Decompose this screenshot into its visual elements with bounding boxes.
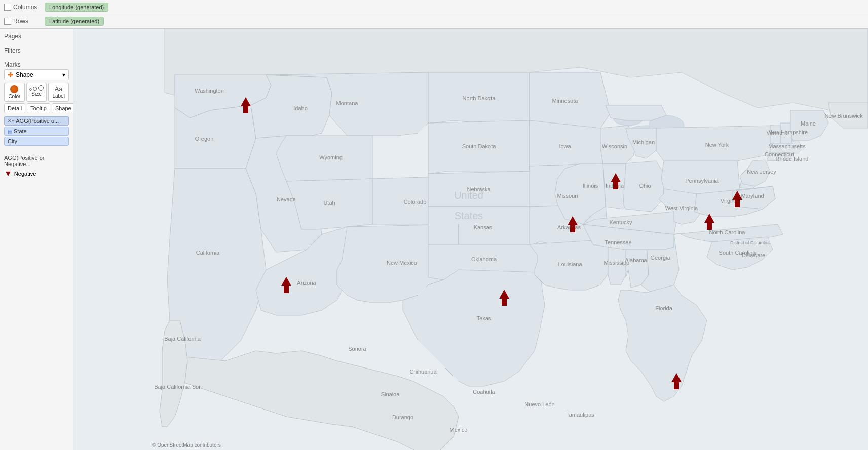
svg-text:Mexico: Mexico	[450, 427, 468, 433]
svg-text:Oregon: Oregon	[195, 136, 214, 142]
svg-text:Louisiana: Louisiana	[558, 261, 582, 267]
color-icon	[10, 85, 18, 93]
legend-negative-label: Negative	[14, 171, 36, 177]
agg-pill[interactable]: ✕+ AGG(Positive o...	[4, 116, 69, 126]
svg-text:Sinaloa: Sinaloa	[381, 391, 400, 397]
svg-text:North Dakota: North Dakota	[463, 95, 496, 101]
city-pill-label: City	[8, 138, 17, 144]
svg-text:Baja California Sur: Baja California Sur	[154, 384, 201, 390]
svg-text:South Dakota: South Dakota	[462, 143, 497, 149]
svg-text:Tamaulipas: Tamaulipas	[566, 412, 594, 418]
legend-item-negative: ▼ Negative	[4, 169, 69, 178]
svg-text:Arizona: Arizona	[297, 280, 316, 286]
dropdown-chevron-icon: ▾	[62, 71, 65, 78]
svg-text:Iowa: Iowa	[559, 143, 571, 149]
columns-grid-icon	[4, 4, 11, 11]
longitude-pill[interactable]: Longitude (generated)	[45, 3, 108, 12]
svg-text:States: States	[455, 210, 483, 221]
legend-title: AGG(Positive or Negative...	[4, 155, 69, 167]
label-icon: Aa	[55, 85, 63, 93]
svg-text:Florida: Florida	[655, 305, 673, 311]
svg-text:California: California	[196, 250, 220, 256]
svg-text:Missouri: Missouri	[557, 193, 578, 199]
us-map-svg: .sl { fill: #dde4ea; stroke: #b5bfc8; st…	[73, 29, 868, 450]
sidebar: Pages Filters Marks ✚ Shape ▾ Color	[0, 29, 73, 450]
svg-text:Georgia: Georgia	[650, 255, 670, 261]
svg-text:Utah: Utah	[323, 200, 335, 206]
marks-property-buttons: Color Size Aa Label	[4, 83, 69, 102]
svg-text:Colorado: Colorado	[404, 199, 427, 205]
svg-text:Rhode Island: Rhode Island	[776, 156, 809, 162]
svg-text:Coahuila: Coahuila	[473, 389, 495, 395]
svg-text:New Brunswick: New Brunswick	[824, 113, 863, 119]
svg-text:Chihuahua: Chihuahua	[409, 369, 437, 375]
columns-text: Columns	[13, 4, 37, 11]
svg-text:Sonora: Sonora	[348, 346, 366, 352]
detail-button[interactable]: Detail	[4, 103, 25, 113]
rows-grid-icon	[4, 18, 11, 25]
svg-text:Texas: Texas	[477, 315, 492, 321]
svg-text:New York: New York	[705, 142, 729, 148]
svg-text:Durango: Durango	[392, 414, 413, 420]
svg-text:District of Columbia: District of Columbia	[730, 240, 770, 246]
agg-pill-label: AGG(Positive o...	[16, 118, 59, 124]
size-label: Size	[31, 91, 41, 97]
negative-arrow-icon: ▼	[4, 169, 12, 178]
columns-label: Columns	[4, 4, 45, 11]
rows-text: Rows	[13, 18, 28, 25]
label-label: Label	[52, 93, 64, 99]
svg-text:New Hampshire: New Hampshire	[768, 129, 808, 135]
svg-text:Oklahoma: Oklahoma	[471, 256, 497, 262]
svg-text:United: United	[454, 190, 483, 201]
svg-text:Minnesota: Minnesota	[552, 98, 579, 104]
svg-text:Baja California: Baja California	[164, 336, 201, 342]
size-button[interactable]: Size	[26, 83, 47, 102]
svg-text:Maryland: Maryland	[741, 193, 764, 199]
rows-label: Rows	[4, 18, 45, 25]
legend-section: AGG(Positive or Negative... ▼ Negative	[4, 155, 69, 178]
svg-text:Wyoming: Wyoming	[319, 154, 343, 160]
latitude-pill[interactable]: Latitude (generated)	[45, 17, 104, 26]
label-button[interactable]: Aa Label	[48, 83, 69, 102]
svg-text:Delaware: Delaware	[742, 252, 765, 258]
svg-text:New Mexico: New Mexico	[387, 260, 417, 266]
svg-text:Kentucky: Kentucky	[609, 219, 632, 225]
marks-section-title: Marks	[4, 60, 69, 69]
svg-text:Washington: Washington	[195, 88, 224, 94]
svg-text:Illinois: Illinois	[583, 183, 598, 189]
pages-section-title: Pages	[4, 32, 69, 41]
agg-prefix-icon: ✕+	[8, 118, 14, 124]
marks-type-dropdown[interactable]: ✚ Shape ▾	[4, 69, 69, 80]
filters-section-title: Filters	[4, 46, 69, 55]
size-icon	[29, 85, 44, 91]
svg-text:Montana: Montana	[336, 100, 359, 106]
copyright-text: © OpenStreetMap contributors	[152, 442, 221, 448]
state-dim-icon: ▤	[8, 129, 12, 134]
shape-button[interactable]: Shape	[52, 103, 75, 113]
color-label: Color	[8, 94, 20, 99]
svg-text:New Jersey: New Jersey	[747, 169, 776, 175]
svg-text:North Carolina: North Carolina	[709, 229, 746, 235]
marks-detail-row: Detail Tooltip Shape	[4, 103, 69, 113]
map-area: .sl { fill: #dde4ea; stroke: #b5bfc8; st…	[73, 29, 868, 450]
svg-text:Alabama: Alabama	[625, 257, 647, 263]
map-container: .sl { fill: #dde4ea; stroke: #b5bfc8; st…	[73, 29, 868, 450]
svg-text:Massachusetts: Massachusetts	[768, 143, 806, 149]
color-button[interactable]: Color	[4, 83, 25, 102]
svg-text:Ohio: Ohio	[639, 183, 651, 189]
city-pill[interactable]: City	[4, 137, 69, 146]
state-pill[interactable]: ▤ State	[4, 127, 69, 136]
marks-shape-icon: ✚	[8, 71, 14, 79]
svg-text:Maine: Maine	[801, 120, 816, 127]
state-pill-label: State	[14, 128, 27, 134]
svg-text:Michigan: Michigan	[632, 139, 655, 145]
svg-text:Nuevo León: Nuevo León	[524, 401, 554, 407]
svg-text:Kansas: Kansas	[474, 224, 493, 230]
svg-text:Tennessee: Tennessee	[605, 239, 631, 246]
tooltip-button[interactable]: Tooltip	[27, 103, 50, 113]
svg-text:Idaho: Idaho	[293, 105, 308, 111]
svg-text:Nevada: Nevada	[277, 196, 296, 202]
svg-text:Wisconsin: Wisconsin	[602, 143, 627, 149]
svg-text:Pennsylvania: Pennsylvania	[685, 178, 719, 184]
marks-type-label: Shape	[16, 71, 33, 78]
